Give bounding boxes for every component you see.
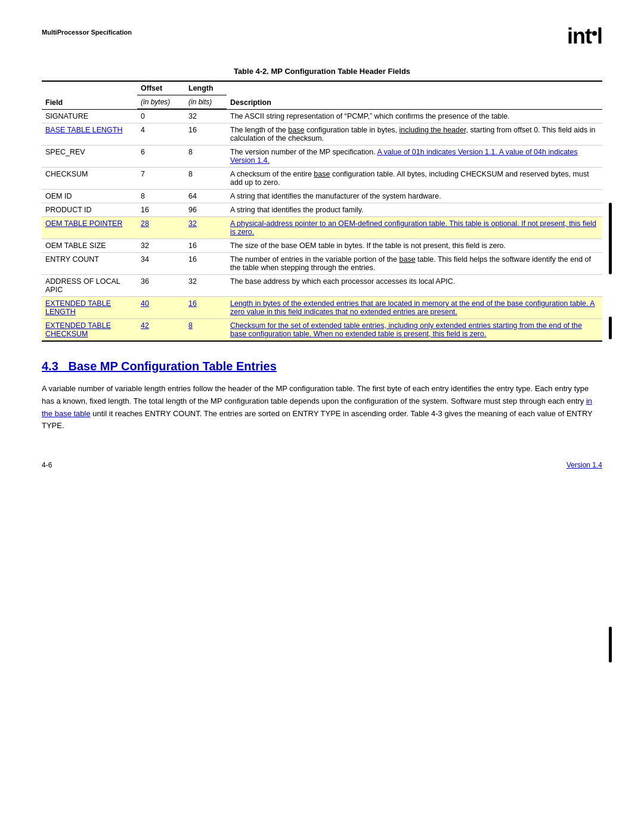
section-43-body: A variable number of variable length ent… <box>42 383 602 432</box>
extended-table-checksum-length-link[interactable]: 8 <box>188 321 193 330</box>
offset-checksum: 7 <box>137 168 185 190</box>
offset-entry-count: 34 <box>137 253 185 275</box>
extended-table-length-length-link[interactable]: 16 <box>188 299 197 308</box>
oem-table-pointer-length-link[interactable]: 32 <box>188 219 197 228</box>
footer-version[interactable]: Version 1.4 <box>566 461 602 469</box>
extended-table-checksum-desc-link[interactable]: Checksum for the set of extended table e… <box>230 321 582 338</box>
right-bar-2 <box>609 317 612 339</box>
base-table-length-link[interactable]: BASE TABLE LENGTH <box>45 126 122 134</box>
length-oem-id: 64 <box>185 190 227 203</box>
col-length-header: Length <box>185 81 227 95</box>
oem-table-pointer-desc-link[interactable]: A physical-address pointer to an OEM-def… <box>230 219 596 236</box>
table-row: OEM TABLE POINTER 28 32 A physical-addre… <box>42 217 602 239</box>
extended-table-checksum-offset-link[interactable]: 42 <box>141 321 149 330</box>
field-spec-rev: SPEC_REV <box>42 145 137 168</box>
spec-rev-link[interactable]: A value of 01h indicates Version 1.1. A … <box>230 148 578 165</box>
right-bar-1 <box>609 203 612 274</box>
offset-product-id: 16 <box>137 203 185 217</box>
header-title: MultiProcessor Specification <box>42 24 132 36</box>
table-row: SPEC_REV 6 8 The version number of the M… <box>42 145 602 168</box>
field-base-table-length: BASE TABLE LENGTH <box>42 123 137 145</box>
section-43-heading: 4.3 Base MP Configuration Table Entries <box>42 360 602 373</box>
offset-extended-table-length: 40 <box>137 297 185 319</box>
offset-signature: 0 <box>137 109 185 123</box>
offset-extended-table-checksum: 42 <box>137 319 185 342</box>
desc-oem-table-size: The size of the base OEM table in bytes.… <box>227 239 602 253</box>
desc-signature: The ASCII string representation of “PCMP… <box>227 109 602 123</box>
field-checksum: CHECKSUM <box>42 168 137 190</box>
extended-table-length-desc-link[interactable]: Length in bytes of the extended entries … <box>230 299 595 316</box>
offset-spec-rev: 6 <box>137 145 185 168</box>
page-header: MultiProcessor Specification intl <box>42 24 602 49</box>
table-header-row: Field Offset Length Description <box>42 81 602 95</box>
length-checksum: 8 <box>185 168 227 190</box>
col-length-sub: (in bits) <box>185 95 227 110</box>
desc-base-table-length: The length of the base configuration tab… <box>227 123 602 145</box>
desc-entry-count: The number of entries in the variable po… <box>227 253 602 275</box>
field-oem-id: OEM ID <box>42 190 137 203</box>
field-extended-table-length: EXTENDED TABLE LENGTH <box>42 297 137 319</box>
field-oem-table-pointer: OEM TABLE POINTER <box>42 217 137 239</box>
col-offset-sub: (in bytes) <box>137 95 185 110</box>
desc-spec-rev: The version number of the MP specificati… <box>227 145 602 168</box>
base-table-link[interactable]: in the base table <box>42 397 592 418</box>
page-footer: 4-6 Version 1.4 <box>42 456 602 469</box>
table-row: ENTRY COUNT 34 16 The number of entries … <box>42 253 602 275</box>
desc-product-id: A string that identifies the product fam… <box>227 203 602 217</box>
footer-page-num: 4-6 <box>42 461 52 469</box>
length-base-table-length: 16 <box>185 123 227 145</box>
desc-address-local-apic: The base address by which each processor… <box>227 275 602 297</box>
table-row: OEM ID 8 64 A string that identifies the… <box>42 190 602 203</box>
oem-table-pointer-link[interactable]: OEM TABLE POINTER <box>45 219 122 228</box>
table-row: EXTENDED TABLE LENGTH 40 16 Length in by… <box>42 297 602 319</box>
table-row: PRODUCT ID 16 96 A string that identifie… <box>42 203 602 217</box>
length-address-local-apic: 32 <box>185 275 227 297</box>
col-offset-header: Offset <box>137 81 185 95</box>
col-field-header: Field <box>42 81 137 109</box>
table-row: OEM TABLE SIZE 32 16 The size of the bas… <box>42 239 602 253</box>
desc-extended-table-length: Length in bytes of the extended entries … <box>227 297 602 319</box>
page: MultiProcessor Specification intl Table … <box>0 0 644 505</box>
length-entry-count: 16 <box>185 253 227 275</box>
offset-oem-id: 8 <box>137 190 185 203</box>
col-desc-header: Description <box>227 81 602 109</box>
table-row: SIGNATURE 0 32 The ASCII string represen… <box>42 109 602 123</box>
length-spec-rev: 8 <box>185 145 227 168</box>
right-bar-3 <box>609 627 612 662</box>
length-product-id: 96 <box>185 203 227 217</box>
table-row: CHECKSUM 7 8 A checksum of the entire ba… <box>42 168 602 190</box>
oem-table-pointer-offset-link[interactable]: 28 <box>141 219 149 228</box>
config-table: Field Offset Length Description (in byte… <box>42 80 602 342</box>
offset-base-table-length: 4 <box>137 123 185 145</box>
offset-oem-table-pointer: 28 <box>137 217 185 239</box>
length-extended-table-checksum: 8 <box>185 319 227 342</box>
length-signature: 32 <box>185 109 227 123</box>
length-oem-table-pointer: 32 <box>185 217 227 239</box>
desc-oem-id: A string that identifies the manufacture… <box>227 190 602 203</box>
field-oem-table-size: OEM TABLE SIZE <box>42 239 137 253</box>
length-oem-table-size: 16 <box>185 239 227 253</box>
field-product-id: PRODUCT ID <box>42 203 137 217</box>
table-row: BASE TABLE LENGTH 4 16 The length of the… <box>42 123 602 145</box>
extended-table-checksum-link[interactable]: EXTENDED TABLE CHECKSUM <box>45 321 111 338</box>
section-43-num-link[interactable]: 4.3 Base <box>42 360 97 373</box>
offset-oem-table-size: 32 <box>137 239 185 253</box>
table-row: ADDRESS OF LOCAL APIC 36 32 The base add… <box>42 275 602 297</box>
logo-dot <box>592 31 597 36</box>
desc-oem-table-pointer: A physical-address pointer to an OEM-def… <box>227 217 602 239</box>
field-entry-count: ENTRY COUNT <box>42 253 137 275</box>
field-signature: SIGNATURE <box>42 109 137 123</box>
table-title: Table 4-2. MP Configuration Table Header… <box>42 67 602 76</box>
section-43: 4.3 Base MP Configuration Table Entries … <box>42 360 602 432</box>
desc-extended-table-checksum: Checksum for the set of extended table e… <box>227 319 602 342</box>
extended-table-length-link[interactable]: EXTENDED TABLE LENGTH <box>45 299 111 316</box>
extended-table-length-offset-link[interactable]: 40 <box>141 299 149 308</box>
length-extended-table-length: 16 <box>185 297 227 319</box>
field-extended-table-checksum: EXTENDED TABLE CHECKSUM <box>42 319 137 342</box>
table-row: EXTENDED TABLE CHECKSUM 42 8 Checksum fo… <box>42 319 602 342</box>
field-address-local-apic: ADDRESS OF LOCAL APIC <box>42 275 137 297</box>
intel-logo: intl <box>567 24 602 49</box>
desc-checksum: A checksum of the entire base configurat… <box>227 168 602 190</box>
offset-address-local-apic: 36 <box>137 275 185 297</box>
